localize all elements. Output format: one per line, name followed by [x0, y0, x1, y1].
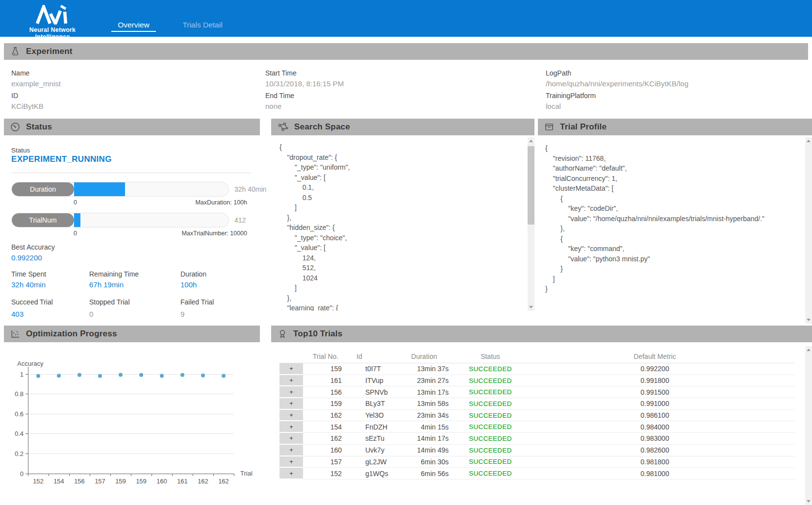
duration-cell: 6min 56s [392, 468, 456, 480]
optimization-section-header: Optimization Progress [4, 326, 260, 342]
stat-value: 32h 40min [11, 280, 46, 289]
svg-text:0.8: 0.8 [15, 390, 24, 398]
trial-no-cell: 157 [303, 456, 348, 468]
expand-row-button[interactable]: + [279, 398, 303, 410]
stat-label: Time Spent [11, 270, 46, 278]
table-row: +159t0I7T13min 37sSUCCEEDED0.992200 [279, 363, 795, 375]
search-space-scrollbar[interactable] [528, 137, 534, 311]
duration-cell: 14min 49s [392, 445, 456, 456]
expand-row-button[interactable]: + [279, 421, 303, 433]
scroll-down-arrow-icon[interactable] [529, 306, 533, 308]
trial-no-cell: 156 [303, 386, 348, 398]
default-metric-cell: 0.986100 [525, 410, 795, 422]
trial-profile-scrollbar[interactable] [805, 137, 812, 324]
scroll-down-arrow-icon[interactable] [807, 319, 811, 321]
expand-row-button[interactable]: + [279, 445, 303, 456]
field-label: LogPath [546, 69, 571, 77]
duration-cell: 4min 15s [392, 421, 456, 433]
best-accuracy-value: 0.992200 [11, 253, 42, 262]
stat-value: 100h [180, 280, 197, 289]
trial-no-cell: 159 [303, 398, 348, 410]
svg-text:157: 157 [95, 478, 105, 485]
section-title: Search Space [294, 122, 350, 132]
duration-bar-value: 32h 40min [234, 185, 266, 193]
scroll-up-arrow-icon[interactable] [529, 140, 533, 142]
archive-box-icon [544, 122, 554, 132]
column-header-status: Status [456, 350, 525, 363]
scrollbar-thumb[interactable] [528, 146, 534, 225]
duration-progressbar: Duration [11, 182, 229, 197]
bottom-section-scrollbar[interactable] [805, 346, 812, 505]
svg-text:0.6: 0.6 [15, 410, 24, 418]
column-header-id: Id [348, 350, 392, 363]
field-value: /home/quzha/nni/experiments/KCiBytKB/log [546, 79, 688, 88]
trial-profile-section-header: Trial Profile [538, 119, 812, 135]
duration-cell: 13min 17s [392, 386, 456, 398]
best-accuracy-label: Best Accuracy [11, 243, 55, 251]
svg-text:1: 1 [20, 371, 24, 378]
status-cell: SUCCEEDED [456, 398, 525, 410]
svg-text:162: 162 [198, 478, 208, 485]
table-row: +152g1WQs6min 56sSUCCEEDED0.981000 [279, 468, 795, 480]
default-metric-cell: 0.982600 [525, 445, 795, 456]
svg-text:154: 154 [53, 478, 64, 485]
active-tab-indicator [111, 31, 156, 32]
trial-no-cell: 160 [303, 445, 348, 456]
trial-no-cell: 152 [303, 468, 348, 480]
top10-table-header: Trial No. Id Duration Status Default Met… [279, 350, 795, 363]
expand-row-button[interactable]: + [279, 410, 303, 422]
top10-table-body: +159t0I7T13min 37sSUCCEEDED0.992200+161I… [279, 363, 795, 480]
duration-cell: 14min 17s [392, 433, 456, 445]
field-value: none [265, 102, 281, 110]
expand-row-button[interactable]: + [279, 375, 303, 387]
stat-label: Remaining Time [89, 270, 139, 278]
stat-value: 67h 19min [89, 280, 124, 289]
duration-cell: 23min 34s [392, 410, 456, 422]
bar-max: MaxDuration: 100h [195, 199, 247, 206]
expand-row-button[interactable]: + [279, 433, 303, 445]
status-section-header: Status [4, 119, 260, 135]
expand-row-button[interactable]: + [279, 363, 303, 375]
expand-row-button[interactable]: + [279, 468, 303, 480]
svg-text:152: 152 [33, 478, 44, 485]
expand-row-button[interactable]: + [279, 456, 303, 468]
tab-trials-detail[interactable]: Trials Detail [176, 21, 229, 29]
status-cell: SUCCEEDED [456, 456, 525, 468]
expand-row-button[interactable]: + [279, 386, 303, 398]
svg-text:Accuracy: Accuracy [17, 360, 44, 367]
scroll-up-arrow-icon[interactable] [807, 349, 811, 351]
duration-bar-label: Duration [12, 182, 74, 196]
status-cell: SUCCEEDED [456, 386, 525, 398]
stat-value: 0 [89, 310, 93, 318]
trial-id-cell: SPNVb [348, 386, 392, 398]
duration-bar-range: 0 MaxDuration: 100h [74, 199, 247, 206]
section-title: Top10 Trials [293, 329, 342, 339]
trial-profile-json: { "revision": 11768, "authorName": "defa… [545, 143, 800, 310]
trial-id-cell: gL2JW [348, 456, 392, 468]
field-label: End Time [265, 92, 294, 100]
column-header-trial-no: Trial No. [303, 350, 348, 363]
trial-id-cell: sEzTu [348, 433, 392, 445]
svg-text:159: 159 [136, 478, 147, 485]
trialnum-bar-value: 412 [234, 216, 246, 224]
trial-id-cell: t0I7T [348, 363, 392, 375]
experiment-column-1: Name example_mnist ID KCiBytKB [11, 69, 247, 116]
scroll-down-arrow-icon[interactable] [807, 500, 811, 503]
svg-text:159: 159 [115, 478, 126, 485]
scroll-up-arrow-icon[interactable] [807, 140, 811, 142]
column-header-duration: Duration [392, 350, 456, 363]
section-title: Experiment [26, 47, 73, 56]
medal-icon [278, 329, 287, 339]
duration-progress-fill [74, 182, 125, 196]
svg-text:0.4: 0.4 [15, 430, 24, 437]
stat-value: 9 [180, 310, 184, 318]
duration-cell: 13min 58s [392, 398, 456, 410]
nni-logo-icon[interactable] [35, 5, 70, 25]
stat-value: 403 [11, 310, 24, 318]
field-label: TrainingPlatform [546, 92, 596, 100]
section-title: Trial Profile [560, 122, 607, 132]
table-row: +160Uvk7y14min 49sSUCCEEDED0.982600 [279, 445, 795, 456]
tab-overview[interactable]: Overview [111, 21, 156, 29]
expand-column-header [279, 350, 303, 363]
field-value: KCiBytKB [11, 102, 44, 110]
